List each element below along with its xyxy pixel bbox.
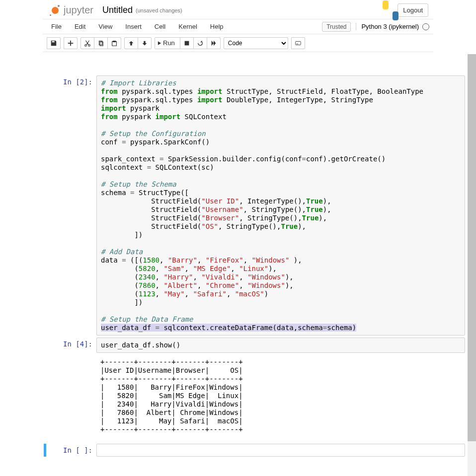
run-button-label: Run xyxy=(162,39,178,47)
notebook-container: In [2]: # Import Libraries from pyspark.… xyxy=(44,65,465,476)
notebook-header: jupyter Untitled (unsaved changes) Logou… xyxy=(43,2,433,17)
input-prompt: In [4]: xyxy=(44,338,96,353)
input-prompt: In [2]: xyxy=(44,75,96,336)
run-button[interactable]: Run xyxy=(155,37,180,49)
menubar: File Edit View Insert Cell Kernel Help T… xyxy=(43,19,433,34)
menu-insert[interactable]: Insert xyxy=(121,20,146,33)
menu-help[interactable]: Help xyxy=(206,20,228,33)
restart-run-all-button[interactable] xyxy=(207,37,221,49)
code-input[interactable]: user_data_df.show() xyxy=(96,338,465,353)
vertical-scrollbar[interactable] xyxy=(468,54,476,476)
menu-cell[interactable]: Cell xyxy=(150,20,170,33)
kernel-status-icon xyxy=(422,23,429,30)
notebook-title[interactable]: Untitled xyxy=(102,5,133,15)
code-input[interactable]: # Import Libraries from pyspark.sql.type… xyxy=(96,75,465,336)
output-cell: +-------+--------+-------+-------+ |User… xyxy=(44,355,465,434)
command-palette-button[interactable] xyxy=(291,37,305,49)
copy-button[interactable] xyxy=(94,37,108,49)
output-prompt xyxy=(44,355,96,434)
jupyter-logo-text: jupyter xyxy=(64,4,93,16)
move-down-button[interactable] xyxy=(138,37,152,49)
svg-rect-2 xyxy=(296,43,298,44)
insert-cell-button[interactable] xyxy=(64,37,78,49)
menu-file[interactable]: File xyxy=(47,20,66,33)
code-cell[interactable]: In [2]: # Import Libraries from pyspark.… xyxy=(44,75,465,336)
kernel-name: Python 3 (ipykernel) xyxy=(361,23,419,30)
input-prompt: In [ ]: xyxy=(46,444,96,457)
cell-type-select[interactable]: Code xyxy=(224,37,288,49)
save-button[interactable] xyxy=(47,37,61,49)
toolbar: Run Code xyxy=(43,34,433,52)
svg-rect-0 xyxy=(184,41,189,45)
menu-kernel[interactable]: Kernel xyxy=(174,20,202,33)
code-cell[interactable]: In [ ]: xyxy=(44,444,465,457)
cell-output: +-------+--------+-------+-------+ |User… xyxy=(96,355,465,434)
code-input[interactable] xyxy=(96,444,465,457)
menu-edit[interactable]: Edit xyxy=(70,20,90,33)
svg-rect-1 xyxy=(296,41,301,45)
trusted-indicator[interactable]: Trusted xyxy=(322,22,351,32)
restart-button[interactable] xyxy=(193,37,207,49)
cut-button[interactable] xyxy=(80,37,94,49)
scrollbar-thumb[interactable] xyxy=(468,54,476,441)
menu-view[interactable]: View xyxy=(94,20,117,33)
paste-button[interactable] xyxy=(107,37,121,49)
interrupt-button[interactable] xyxy=(180,37,194,49)
kernel-indicator[interactable]: Python 3 (ipykernel) xyxy=(356,23,429,30)
move-up-button[interactable] xyxy=(124,37,138,49)
code-cell[interactable]: In [4]: user_data_df.show() xyxy=(44,338,465,353)
jupyter-logo-icon xyxy=(50,5,61,16)
save-status: (unsaved changes) xyxy=(136,7,182,13)
logout-button[interactable]: Logout xyxy=(397,3,428,17)
jupyter-logo[interactable]: jupyter xyxy=(50,4,93,16)
